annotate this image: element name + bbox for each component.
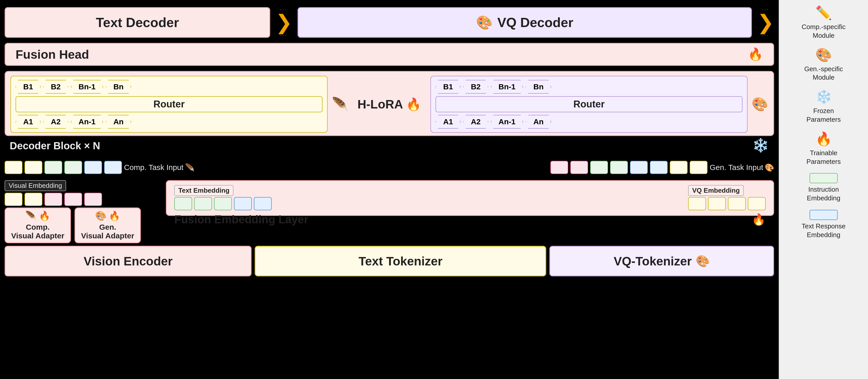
row4: Comp. Task Input 🪶 Gen. Task Input 🎨	[5, 157, 774, 178]
vq-token-y2	[708, 197, 726, 210]
fusion-emb-fire-icon: 🔥	[752, 213, 766, 226]
comp-tokens-group	[5, 161, 122, 174]
legend-frozen-icon: ❄️	[815, 89, 832, 105]
legend-instruction-label: InstructionEmbedding	[807, 185, 840, 203]
comp-task-label: Comp. Task Input 🪶	[124, 163, 194, 172]
comp-adapter-feather-icon: 🪶	[25, 210, 37, 221]
vis-token-p2	[64, 193, 82, 206]
vq-decoder-label: VQ Decoder	[497, 15, 573, 30]
text-token-b1	[234, 197, 252, 210]
gen-token-g2	[610, 161, 628, 174]
legend-green-box	[810, 173, 838, 183]
text-embedding-label: Text Embedding	[174, 185, 234, 196]
comp-token-y2	[25, 161, 42, 174]
text-tokenizer-box: Text Tokenizer	[255, 246, 546, 276]
lora-left-router-label: Router	[153, 99, 184, 110]
gen-adapter-fire-icon: 🔥	[109, 210, 120, 221]
row2: Fusion Head 🔥	[5, 43, 774, 68]
vq-emb-col: VQ Embedding	[688, 185, 766, 210]
text-decoder-box: Text Decoder	[5, 7, 270, 38]
comp-adapter-icons: 🪶 🔥	[25, 210, 50, 221]
comp-task-feather-icon: 🪶	[185, 163, 194, 172]
gen-token-p2	[570, 161, 588, 174]
gen-token-p1	[550, 161, 568, 174]
legend-trainable-icon: 🔥	[815, 131, 832, 147]
lora-left-panel: B1 B2 Bn-1 Bn Router A1	[10, 76, 328, 133]
hlora-center-label: H-LoRA 🔥	[352, 97, 426, 112]
legend-trainable: 🔥 TrainableParameters	[783, 131, 864, 166]
vq-token-y3	[728, 197, 746, 210]
legend-gen-specific: 🎨 Gen.-specificModule	[783, 47, 864, 82]
dots-bottom2: ···	[762, 33, 769, 38]
vis-token-y2	[25, 193, 42, 206]
lora-left-bn-chip: Bn	[105, 80, 131, 94]
vq-decoder-icon: 🎨	[476, 15, 493, 30]
legend-text-response-label: Text ResponseEmbedding	[802, 222, 845, 239]
legend-comp-label: Comp.-specificModule	[802, 23, 845, 40]
row1: Text Decoder ··· ❯ ··· 🎨 VQ Decoder ··· …	[5, 5, 774, 40]
gen-adapter-label: Gen.Visual Adapter	[81, 223, 134, 240]
fusion-embedding-layer-label: Fusion Embedding Layer	[174, 213, 308, 226]
legend-text-response-emb: Text ResponseEmbedding	[783, 210, 864, 239]
hlora-text: H-LoRA 🔥	[358, 97, 421, 111]
comp-token-y1	[5, 161, 23, 174]
gen-token-b1	[630, 161, 648, 174]
vq-tokenizer-label: VQ-Tokenizer	[614, 254, 692, 268]
visual-embedding-label: Visual Embedding	[5, 180, 66, 191]
visual-embedding-section: Visual Embedding 🪶 🔥	[5, 180, 163, 243]
legend-gen-label: Gen.-specificModule	[804, 65, 843, 82]
comp-token-g2	[64, 161, 82, 174]
vq-token-y4	[748, 197, 766, 210]
lora-right-router-label: Router	[573, 99, 604, 110]
vq-embedding-label: VQ Embedding	[688, 185, 744, 196]
lora-left-an1-chip: An-1	[71, 115, 103, 128]
fusion-emb-label-row: Fusion Embedding Layer 🔥	[174, 213, 766, 226]
text-emb-col: Text Embedding	[174, 185, 272, 210]
legend-blue-box	[810, 210, 838, 220]
comp-visual-adapter: 🪶 🔥 Comp.Visual Adapter	[5, 207, 71, 243]
legend-trainable-label: TrainableParameters	[807, 149, 841, 166]
lora-right-a-row: A1 A2 An-1 An	[436, 115, 742, 128]
orange-arrow-icon2: ❯	[757, 12, 774, 33]
gen-token-g1	[590, 161, 608, 174]
vis-token-p3	[84, 193, 102, 206]
fusion-head-box: Fusion Head 🔥	[5, 43, 774, 66]
legend-sidebar: ✏️ Comp.-specificModule 🎨 Gen.-specificM…	[779, 0, 868, 379]
lora-left-b1-chip: B1	[16, 80, 40, 94]
main-container: Text Decoder ··· ❯ ··· 🎨 VQ Decoder ··· …	[0, 0, 868, 379]
orange-arrow-icon: ❯	[275, 12, 292, 33]
lora-left-b-row: B1 B2 Bn-1 Bn	[16, 80, 322, 94]
lora-left-b2-chip: B2	[43, 80, 68, 94]
legend-comp-specific: ✏️ Comp.-specificModule	[783, 5, 864, 40]
legend-instruction-emb: InstructionEmbedding	[783, 173, 864, 203]
lora-right-rows: B1 B2 Bn-1 Bn Router A1	[436, 80, 742, 128]
decoder-block-row: Decoder Block × N ❄️	[5, 136, 774, 155]
arrow-to-vq: ··· ❯ ···	[275, 7, 292, 38]
fusion-emb-content: Text Embedding VQ Embedding	[174, 185, 766, 210]
text-decoder-label: Text Decoder	[96, 15, 179, 30]
fusion-head-label: Fusion Head	[16, 48, 89, 61]
lora-right-a1-chip: A1	[436, 115, 461, 128]
lora-right-bn-chip: Bn	[526, 80, 551, 94]
row5: Visual Embedding 🪶 🔥	[5, 180, 774, 243]
vision-encoder-label: Vision Encoder	[84, 254, 173, 268]
lora-right-panel: B1 B2 Bn-1 Bn Router A1	[430, 76, 748, 133]
arrow-after-vq: ··· ❯ ···	[757, 7, 774, 38]
text-token-g2	[194, 197, 212, 210]
vision-encoder-box: Vision Encoder	[5, 246, 252, 276]
lora-right-router: Router	[436, 96, 742, 112]
lora-right-an-chip: An	[526, 115, 551, 128]
lora-left-an-chip: An	[105, 115, 131, 128]
lora-right-a2-chip: A2	[463, 115, 488, 128]
lora-left-router: Router	[16, 96, 322, 112]
text-emb-tokens	[174, 197, 272, 210]
vq-tokenizer-box: VQ-Tokenizer 🎨	[549, 246, 774, 276]
decoder-block-label: Decoder Block × N	[10, 138, 100, 153]
lora-left-rows: B1 B2 Bn-1 Bn Router A1	[16, 80, 322, 128]
hlora-outer: B1 B2 Bn-1 Bn Router A1	[5, 71, 774, 136]
snowflake-icon: ❄️	[752, 138, 769, 153]
gen-task-text: Gen. Task Input	[710, 163, 763, 172]
gen-token-b2	[650, 161, 668, 174]
vq-tokenizer-dots-icon: 🎨	[696, 255, 710, 268]
visual-embedding-tokens	[5, 193, 102, 206]
